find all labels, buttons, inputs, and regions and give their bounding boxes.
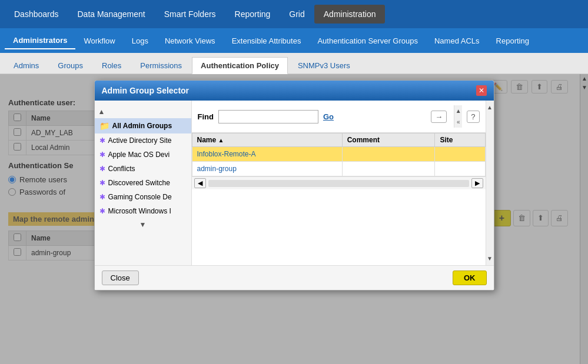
results-scroll-up[interactable]: ▲	[486, 103, 494, 112]
left-panel-discovered-switches[interactable]: ✱ Discovered Switche	[95, 176, 191, 190]
left-scroll-down[interactable]: ▼	[138, 219, 148, 230]
table-nav-row: ◀ ▶	[192, 176, 486, 189]
results-scroll-down[interactable]: ▼	[486, 254, 494, 263]
left-item-1-label: Active Directory Site	[108, 136, 172, 145]
modal-title: Admin Group Selector	[102, 86, 190, 95]
secondnav-auth-server-groups[interactable]: Authentication Server Groups	[309, 33, 426, 49]
nav-grid[interactable]: Grid	[280, 5, 314, 24]
result-name-2[interactable]: admin-group	[197, 165, 237, 173]
secondnav-network-views[interactable]: Network Views	[157, 33, 224, 49]
results-area: Name ▲ Comment Site Infoblox-Remote-A	[192, 133, 486, 265]
left-panel-conflicts[interactable]: ✱ Conflicts	[95, 162, 191, 176]
right-panel-scrollbar[interactable]: ▲ «	[454, 105, 462, 128]
nav-data-management[interactable]: Data Management	[68, 5, 155, 24]
nav-dashboards[interactable]: Dashboards	[5, 5, 68, 24]
modal-overlay: Admin Group Selector ✕ ▲ 📁 All Admin Gro…	[0, 74, 588, 364]
tab-permissions[interactable]: Permissions	[131, 57, 191, 74]
left-item-5-label: Gaming Console De	[108, 193, 172, 201]
secondnav-reporting[interactable]: Reporting	[488, 33, 537, 49]
secondnav-extensible-attributes[interactable]: Extensible Attributes	[224, 33, 310, 49]
result-site-1	[435, 147, 485, 162]
table-scroll-left[interactable]: ◀	[194, 178, 206, 188]
result-name-1[interactable]: Infoblox-Remote-A	[197, 150, 256, 158]
star-icon-2: ✱	[99, 165, 105, 173]
all-admin-groups-label: All Admin Groups	[112, 122, 172, 130]
star-icon-0: ✱	[99, 136, 105, 145]
left-panel-gaming-console[interactable]: ✱ Gaming Console De	[95, 190, 191, 204]
modal-close-x-btn[interactable]: ✕	[476, 85, 487, 96]
secondnav-workflow[interactable]: Workflow	[75, 33, 123, 49]
left-scroll-up[interactable]: ▲	[97, 106, 107, 117]
results-table: Name ▲ Comment Site Infoblox-Remote-A	[192, 133, 486, 176]
help-button[interactable]: ?	[467, 111, 479, 123]
close-button[interactable]: Close	[102, 271, 139, 285]
horizontal-scrollbar[interactable]	[208, 180, 469, 187]
nav-smart-folders[interactable]: Smart Folders	[155, 5, 225, 24]
result-site-2	[435, 162, 485, 176]
left-panel-active-directory[interactable]: ✱ Active Directory Site	[95, 133, 191, 148]
left-item-6-label: Microsoft Windows I	[108, 207, 171, 215]
modal-title-bar: Admin Group Selector ✕	[95, 81, 494, 101]
modal-dialog: Admin Group Selector ✕ ▲ 📁 All Admin Gro…	[94, 80, 494, 290]
navigate-right-btn[interactable]: →	[431, 111, 447, 123]
panel-scroll-down[interactable]: «	[456, 118, 461, 126]
result-row-1[interactable]: Infoblox-Remote-A	[192, 147, 485, 162]
modal-body: ▲ 📁 All Admin Groups ✱ Active Directory …	[95, 101, 494, 265]
tab-roles[interactable]: Roles	[93, 57, 130, 74]
main-content: ✏️ 🗑 ⬆ 🖨 Authenticate user: Name AD_MY_L…	[0, 74, 588, 364]
left-item-2-label: Apple Mac OS Devi	[108, 151, 170, 159]
secondnav-administrators[interactable]: Administrators	[5, 32, 75, 49]
top-nav: Dashboards Data Management Smart Folders…	[0, 0, 588, 28]
nav-administration[interactable]: Administration	[314, 5, 386, 24]
tab-bar: Admins Groups Roles Permissions Authenti…	[0, 53, 588, 74]
panel-scroll-up[interactable]: ▲	[454, 106, 463, 115]
left-item-3-label: Conflicts	[108, 165, 135, 173]
col-name-header[interactable]: Name ▲	[192, 133, 342, 147]
modal-right-panel: Find Go → ▲ « ?	[192, 101, 486, 265]
result-comment-1	[342, 147, 435, 162]
tab-snmpv3-users[interactable]: SNMPv3 Users	[289, 57, 359, 74]
tab-authentication-policy[interactable]: Authentication Policy	[192, 57, 288, 74]
col-comment-header: Comment	[342, 133, 435, 147]
find-input[interactable]	[218, 110, 318, 123]
modal-results-scrollbar[interactable]: ▲ ▼	[486, 101, 494, 265]
star-icon-4: ✱	[99, 193, 105, 201]
star-icon-5: ✱	[99, 207, 105, 215]
table-scroll-right[interactable]: ▶	[471, 178, 483, 188]
ok-button[interactable]: OK	[453, 271, 487, 285]
left-panel-all-admin-groups[interactable]: 📁 All Admin Groups	[95, 118, 191, 133]
go-button[interactable]: Go	[323, 112, 334, 121]
star-icon-3: ✱	[99, 179, 105, 187]
secondnav-logs[interactable]: Logs	[124, 33, 157, 49]
find-label: Find	[198, 112, 214, 121]
tab-groups[interactable]: Groups	[49, 57, 92, 74]
result-comment-2	[342, 162, 435, 176]
tab-admins[interactable]: Admins	[5, 57, 48, 74]
modal-footer: Close OK	[95, 265, 494, 290]
left-panel-apple-mac[interactable]: ✱ Apple Mac OS Devi	[95, 148, 191, 162]
left-item-4-label: Discovered Switche	[108, 179, 170, 187]
col-site-header: Site	[435, 133, 485, 147]
folder-icon: 📁	[99, 121, 109, 131]
find-row: Find Go → ▲ « ?	[192, 101, 486, 133]
star-icon-1: ✱	[99, 151, 105, 159]
nav-reporting[interactable]: Reporting	[225, 5, 280, 24]
result-row-2[interactable]: admin-group	[192, 162, 485, 176]
secondnav-named-acls[interactable]: Named ACLs	[426, 33, 488, 49]
second-nav: Administrators Workflow Logs Network Vie…	[0, 28, 588, 53]
modal-left-panel: ▲ 📁 All Admin Groups ✱ Active Directory …	[95, 101, 192, 265]
left-panel-microsoft-windows[interactable]: ✱ Microsoft Windows I	[95, 204, 191, 218]
